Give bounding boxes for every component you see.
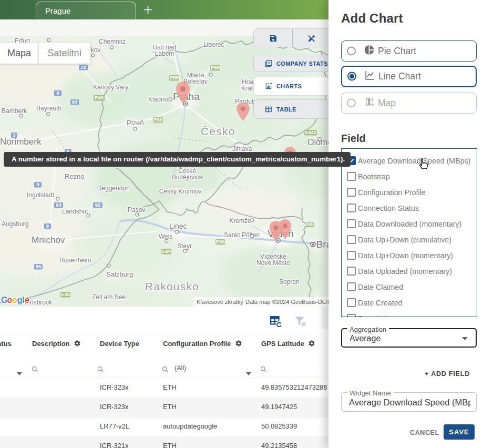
svg-text:Zell am See: Zell am See	[92, 293, 126, 301]
svg-text:Norimberk: Norimberk	[0, 137, 42, 147]
svg-text:93: 93	[56, 202, 61, 208]
svg-text:Klávesové zkratky: Klávesové zkratky	[197, 299, 243, 305]
svg-text:Bamberk: Bamberk	[2, 107, 27, 115]
svg-text:E60: E60	[162, 248, 171, 254]
svg-text:E65: E65	[211, 65, 220, 70]
svg-text:Karlovy Vary: Karlovy Vary	[93, 84, 128, 91]
svg-text:Kladno: Kladno	[148, 96, 168, 103]
svg-text:E442: E442	[305, 129, 316, 135]
svg-text:9: 9	[46, 223, 49, 229]
svg-text:Mnichov: Mnichov	[32, 235, 65, 245]
svg-text:E65: E65	[305, 222, 313, 227]
svg-text:E50: E50	[153, 117, 162, 123]
svg-text:Chemnitz: Chemnitz	[99, 38, 126, 45]
svg-text:9: 9	[36, 181, 39, 187]
svg-text:Labem: Labem	[155, 50, 174, 57]
svg-text:Linec: Linec	[169, 222, 187, 230]
svg-text:E60: E60	[216, 239, 225, 245]
svg-text:Jihlava: Jihlava	[232, 145, 252, 152]
svg-text:Český Krumlov: Český Krumlov	[159, 187, 202, 195]
svg-text:Ingolstadt: Ingolstadt	[27, 191, 55, 199]
svg-text:9: 9	[56, 90, 59, 96]
svg-text:Bayreuth: Bayreuth	[36, 105, 61, 112]
svg-text:E49: E49	[95, 95, 104, 100]
svg-text:Sopron: Sopron	[279, 278, 300, 286]
svg-text:E45: E45	[61, 291, 70, 297]
svg-text:Pasov: Pasov	[128, 206, 145, 213]
svg-text:Kremže: Kremže	[229, 217, 251, 225]
svg-text:ikov: ikov	[89, 46, 100, 54]
svg-text:e: e	[25, 295, 29, 304]
svg-text:Česko: Česko	[201, 125, 235, 137]
svg-text:Nové Město: Nové Město	[256, 259, 290, 267]
svg-text:l: l	[22, 295, 25, 304]
svg-text:Wels: Wels	[159, 233, 172, 240]
svg-text:Rakousko: Rakousko	[145, 280, 199, 292]
svg-text:Deggendorf: Deggendorf	[97, 185, 130, 192]
svg-text:95: 95	[36, 263, 42, 269]
svg-text:Landshut: Landshut	[62, 208, 88, 215]
svg-text:93: 93	[72, 99, 78, 105]
svg-text:Data map ©2024 GeoBasis-DE/BKG: Data map ©2024 GeoBasis-DE/BKG	[245, 299, 330, 305]
svg-text:Budějovice: Budějovice	[172, 174, 203, 181]
svg-text:Plzeň: Plzeň	[127, 119, 144, 127]
svg-text:Augsburg: Augsburg	[2, 220, 28, 228]
svg-text:E55: E55	[170, 75, 179, 80]
svg-text:Rezno: Rezno	[65, 172, 85, 180]
svg-text:Rosenheim: Rosenheim	[59, 257, 91, 264]
svg-text:92: 92	[95, 202, 101, 208]
svg-text:Sankt Pölten: Sankt Pölten	[224, 231, 260, 239]
svg-text:72: 72	[80, 64, 86, 70]
svg-text:Liberec: Liberec	[203, 41, 224, 48]
svg-text:3: 3	[13, 132, 15, 138]
svg-text:Salzburg: Salzburg	[106, 270, 133, 278]
svg-text:Steyr: Steyr	[177, 242, 192, 250]
